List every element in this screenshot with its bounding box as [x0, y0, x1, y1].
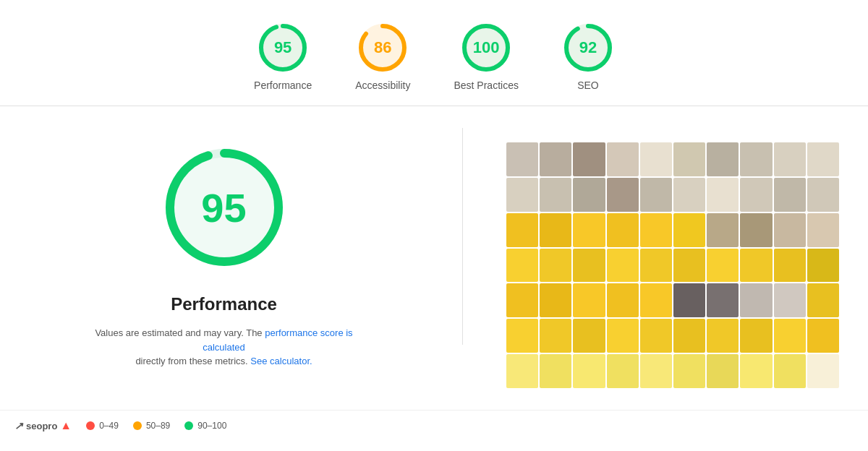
pixel-cell	[740, 283, 772, 317]
pixel-cell	[774, 178, 806, 212]
pixel-cell	[573, 213, 605, 247]
pixel-cell	[506, 249, 538, 283]
pixel-cell	[807, 213, 839, 247]
pixel-cell	[673, 142, 705, 176]
score-circle-performance: 95	[257, 22, 309, 74]
pixel-cell	[774, 283, 806, 317]
score-label-seo: SEO	[577, 80, 599, 91]
legend: 0–49 50–89 90–100	[86, 421, 226, 431]
pixel-cell	[540, 283, 571, 317]
pixel-cell	[774, 354, 806, 388]
pixel-cell	[540, 142, 571, 176]
pixel-cell	[807, 283, 839, 317]
pixel-cell	[640, 354, 672, 388]
pixel-cell	[807, 142, 839, 176]
pixel-cell	[774, 142, 806, 176]
score-value-performance: 95	[274, 38, 292, 57]
legend-range-mid: 50–89	[146, 421, 170, 431]
pixel-cell	[640, 213, 672, 247]
pixel-cell	[607, 249, 639, 283]
score-circle-accessibility: 86	[357, 22, 409, 74]
pixel-cell	[774, 319, 806, 353]
legend-dot-mid	[133, 421, 142, 430]
score-circle-best-practices: 100	[460, 22, 512, 74]
pixel-cell	[540, 178, 571, 212]
legend-range-low: 0–49	[99, 421, 119, 431]
score-value-accessibility: 86	[374, 38, 391, 57]
pixel-cell	[740, 319, 772, 353]
pixel-cell	[506, 319, 538, 353]
pixel-cell	[607, 142, 639, 176]
top-scores-section: 95 Performance 86 Accessibility 100 Best…	[0, 0, 868, 106]
legend-item-low: 0–49	[86, 421, 119, 431]
score-value-best-practices: 100	[473, 38, 500, 57]
pixel-cell	[640, 178, 672, 212]
score-item-performance: 95 Performance	[254, 22, 312, 91]
legend-dot-low	[86, 421, 95, 430]
pixel-cell	[807, 319, 839, 353]
pixel-cell	[774, 249, 806, 283]
pixel-cell	[707, 354, 739, 388]
pixel-cell	[640, 319, 672, 353]
pixel-cell	[673, 354, 705, 388]
pixel-cell	[573, 283, 605, 317]
right-panel	[506, 128, 839, 388]
pixel-cell	[607, 283, 639, 317]
brand-triangle: ▲	[60, 419, 72, 432]
pixel-cell	[740, 142, 772, 176]
legend-item-high: 90–100	[184, 421, 226, 431]
pixelated-preview	[506, 142, 839, 388]
footer: ↗ seopro ▲ 0–49 50–89 90–100	[0, 410, 868, 441]
legend-item-mid: 50–89	[133, 421, 170, 431]
pixel-cell	[640, 249, 672, 283]
main-score-value: 95	[201, 184, 246, 231]
pixel-cell	[707, 283, 739, 317]
pixel-cell	[607, 319, 639, 353]
pixel-cell	[607, 178, 639, 212]
pixel-cell	[707, 213, 739, 247]
pixel-cell	[707, 249, 739, 283]
pixel-cell	[740, 249, 772, 283]
pixel-cell	[573, 249, 605, 283]
pixel-cell	[640, 142, 672, 176]
main-score-circle: 95	[159, 142, 289, 272]
pixel-cell	[673, 213, 705, 247]
calculator-link[interactable]: See calculator.	[250, 356, 312, 366]
pixel-cell	[607, 354, 639, 388]
brand-logo: ↗ seopro ▲	[14, 419, 72, 432]
score-label-accessibility: Accessibility	[355, 80, 410, 91]
pixel-cell	[673, 319, 705, 353]
pixel-cell	[807, 354, 839, 388]
pixel-cell	[673, 249, 705, 283]
pixel-cell	[506, 142, 538, 176]
score-description: Values are estimated and may vary. The p…	[94, 326, 354, 369]
score-item-seo: 92 SEO	[562, 22, 614, 91]
pixel-cell	[506, 178, 538, 212]
pixel-cell	[807, 178, 839, 212]
pixel-cell	[740, 213, 772, 247]
score-circle-seo: 92	[562, 22, 614, 74]
desc-text-mid: directly from these metrics.	[135, 356, 247, 366]
legend-range-high: 90–100	[197, 421, 226, 431]
pixel-cell	[640, 283, 672, 317]
main-score-title: Performance	[171, 294, 277, 314]
pixel-cell	[740, 354, 772, 388]
score-label-best-practices: Best Practices	[454, 80, 518, 91]
score-item-best-practices: 100 Best Practices	[454, 22, 518, 91]
pixel-cell	[673, 178, 705, 212]
pixel-cell	[506, 283, 538, 317]
pixel-cell	[573, 319, 605, 353]
pixel-cell	[573, 142, 605, 176]
pixel-cell	[707, 178, 739, 212]
pixel-cell	[807, 249, 839, 283]
pixel-cell	[774, 213, 806, 247]
pixel-cell	[573, 178, 605, 212]
pixel-cell	[540, 213, 571, 247]
left-panel: 95 Performance Values are estimated and …	[29, 128, 419, 388]
brand-name: seopro	[26, 421, 57, 431]
pixel-cell	[506, 213, 538, 247]
score-item-accessibility: 86 Accessibility	[355, 22, 410, 91]
main-content: 95 Performance Values are estimated and …	[0, 106, 868, 410]
pixel-cell	[607, 213, 639, 247]
score-value-seo: 92	[579, 38, 597, 57]
